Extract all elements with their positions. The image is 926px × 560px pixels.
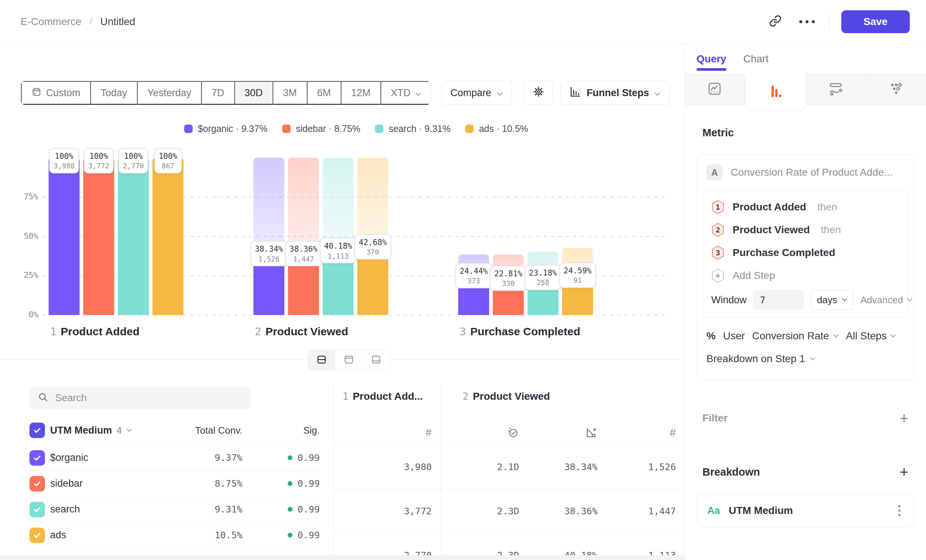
- chart-type-selector[interactable]: Funnel Steps: [560, 81, 670, 105]
- date-preset-custom[interactable]: Custom: [21, 81, 90, 104]
- save-button[interactable]: Save: [841, 10, 910, 33]
- tab-query[interactable]: Query: [696, 44, 726, 74]
- total-conv-column-header[interactable]: Total Conv.: [180, 425, 242, 436]
- table-header-step2: 2 Product Viewed: [441, 383, 684, 445]
- sig-column-header[interactable]: Sig.: [242, 425, 320, 436]
- bar-search-step2[interactable]: 40.18%1,113: [323, 158, 354, 315]
- bar-organic-step3[interactable]: 24.44%373: [458, 158, 489, 315]
- query-step-1[interactable]: 1Product Addedthen: [703, 196, 908, 218]
- filter-section-title: Filter: [702, 412, 728, 424]
- query-step-3[interactable]: 3Purchase Completed: [703, 241, 908, 264]
- step1-column-title[interactable]: 1 Product Add...: [343, 390, 423, 402]
- avg-time-icon[interactable]: [441, 426, 519, 439]
- count-icon[interactable]: #: [334, 426, 432, 439]
- metric-summary-row[interactable]: A Conversion Rate of Product Adde...: [703, 164, 908, 190]
- row-checkbox[interactable]: [29, 502, 45, 517]
- breakdown-column-header[interactable]: UTM Medium 4: [50, 425, 180, 436]
- date-preset-xtd[interactable]: XTD: [380, 81, 431, 104]
- search-box[interactable]: [29, 387, 250, 409]
- search-input[interactable]: [55, 392, 242, 404]
- compare-button[interactable]: Compare: [441, 81, 512, 105]
- table-row-step2[interactable]: 2.3D38.36%1,447: [441, 489, 684, 533]
- breadcrumb-report-title[interactable]: Untitled: [100, 16, 135, 28]
- table-scrollbar-track[interactable]: [0, 555, 684, 560]
- step-axis-label[interactable]: 2Product Viewed: [255, 325, 348, 338]
- bar-sidebar-step2[interactable]: 38.36%1,447: [288, 158, 319, 315]
- date-preset-6m[interactable]: 6M: [307, 81, 341, 104]
- share-link-button[interactable]: [761, 10, 789, 33]
- table-row-step2[interactable]: 2.1D38.34%1,526: [441, 445, 684, 489]
- advanced-toggle[interactable]: Advanced: [861, 294, 913, 306]
- add-breakdown-button[interactable]: +: [900, 465, 908, 479]
- date-preset-30d[interactable]: 30D: [234, 81, 273, 104]
- metric-card: A Conversion Rate of Product Adde... 1Pr…: [696, 154, 914, 381]
- measure-metric-select[interactable]: Conversion Rate: [752, 330, 839, 342]
- bar-value-label: 38.34%1,526: [250, 241, 287, 266]
- bar-value-label: 22.81%330: [490, 265, 527, 291]
- legend-item[interactable]: $organic · 9.37%: [184, 123, 268, 134]
- date-preset-label: Custom: [46, 87, 80, 99]
- table-row[interactable]: sidebar8.75%0.99: [29, 471, 320, 496]
- bar-sidebar-step1[interactable]: 100%3,772: [83, 158, 114, 315]
- date-preset-12m[interactable]: 12M: [341, 81, 380, 104]
- add-filter-button[interactable]: +: [900, 411, 908, 425]
- tab-flows[interactable]: [806, 74, 866, 105]
- breakdown-item-menu[interactable]: [896, 502, 903, 519]
- table-row[interactable]: search9.31%0.99: [29, 496, 320, 522]
- layout-bottom-icon: [371, 354, 381, 366]
- bar-ads-step3[interactable]: 24.59%91: [562, 158, 593, 315]
- query-step-2[interactable]: 2Product Viewedthen: [703, 218, 908, 241]
- table-row-step1[interactable]: 3,772: [334, 489, 440, 533]
- window-unit-select[interactable]: days: [811, 290, 854, 310]
- date-preset-today[interactable]: Today: [90, 81, 137, 104]
- step-axis-label[interactable]: 3Purchase Completed: [460, 325, 580, 338]
- step-hexagon-badge: 3: [711, 245, 725, 260]
- bar-organic-step1[interactable]: 100%3,980: [48, 158, 80, 315]
- bar-sidebar-step3[interactable]: 22.81%330: [493, 158, 524, 315]
- bar-value-label: 24.44%373: [455, 263, 492, 288]
- bar-search-step3[interactable]: 23.18%258: [528, 158, 558, 315]
- table-row[interactable]: ads10.5%0.99: [29, 522, 320, 548]
- chart-settings-button[interactable]: [524, 81, 553, 105]
- breakdown-on-step-select[interactable]: Breakdown on Step 1: [707, 353, 904, 365]
- bar-organic-step2[interactable]: 38.34%1,526: [253, 158, 284, 315]
- table-row[interactable]: $organic9.37%0.99: [29, 445, 320, 471]
- more-options-button[interactable]: [793, 10, 821, 33]
- breadcrumb-project[interactable]: E-Commerce: [21, 16, 82, 28]
- breakdown-item[interactable]: Aa UTM Medium: [696, 494, 914, 527]
- row-checkbox[interactable]: [29, 476, 45, 492]
- panel-tabs: Query Chart: [685, 44, 926, 74]
- chart-toolbar: CustomTodayYesterday7D30D3M6M12MXTD Comp…: [21, 81, 670, 105]
- layout-chart-only-button[interactable]: [335, 350, 362, 370]
- date-preset-3m[interactable]: 3M: [272, 81, 307, 104]
- bar-ads-step1[interactable]: 100%867: [153, 158, 183, 315]
- row-checkbox[interactable]: [29, 450, 45, 466]
- table-row-step1[interactable]: 3,980: [334, 445, 440, 489]
- step2-column-title[interactable]: 2 Product Viewed: [463, 390, 550, 402]
- add-step-button[interactable]: + Add Step: [703, 264, 908, 287]
- tab-chart[interactable]: Chart: [743, 44, 769, 74]
- legend-item[interactable]: sidebar · 8.75%: [282, 123, 360, 134]
- legend-item[interactable]: search · 9.31%: [375, 123, 451, 134]
- window-value-input[interactable]: [753, 290, 804, 310]
- conversion-rate-icon[interactable]: [519, 426, 598, 439]
- tab-funnels[interactable]: [745, 74, 806, 110]
- date-preset-label: 6M: [317, 87, 331, 99]
- legend-item[interactable]: ads · 10.5%: [465, 123, 528, 134]
- step-hexagon-badge: 1: [711, 200, 725, 215]
- layout-split-button[interactable]: [308, 350, 335, 370]
- count-icon[interactable]: #: [598, 426, 676, 439]
- row-checkbox[interactable]: [29, 528, 45, 543]
- date-preset-yesterday[interactable]: Yesterday: [137, 81, 201, 104]
- counting-method-select[interactable]: User: [723, 330, 745, 342]
- tab-retention[interactable]: [866, 74, 926, 105]
- step2-count: 1,526: [598, 462, 676, 472]
- select-all-checkbox[interactable]: [29, 422, 45, 438]
- bar-search-step1[interactable]: 100%2,770: [118, 158, 149, 315]
- step-axis-label[interactable]: 1Product Added: [50, 325, 139, 338]
- layout-table-only-button[interactable]: [362, 350, 390, 370]
- tab-insights[interactable]: [685, 74, 745, 105]
- bar-ads-step2[interactable]: 42.68%370: [357, 158, 388, 315]
- steps-scope-select[interactable]: All Steps: [846, 330, 897, 342]
- date-preset-7d[interactable]: 7D: [201, 81, 234, 104]
